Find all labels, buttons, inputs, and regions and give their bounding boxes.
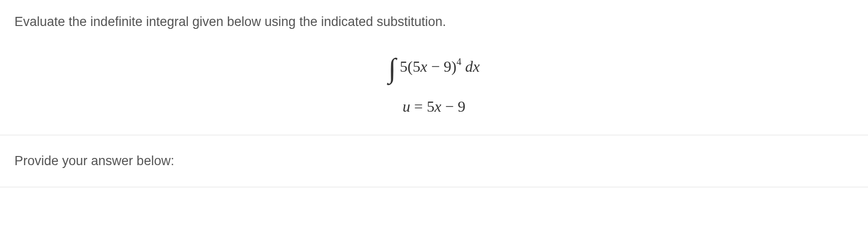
- substitution-expression: u = 5x − 9: [14, 98, 854, 116]
- sub-rhs-var: x: [434, 98, 441, 115]
- answer-section: Provide your answer below:: [0, 135, 868, 187]
- integrand: 5(5x − 9)4 dx: [400, 57, 480, 76]
- sub-rhs-coef: 5: [427, 98, 434, 115]
- integrand-dx: dx: [461, 58, 480, 75]
- integrand-prefix: 5(5: [400, 58, 421, 75]
- question-section: Evaluate the indefinite integral given b…: [0, 0, 868, 135]
- math-block: ∫ 5(5x − 9)4 dx u = 5x − 9: [14, 52, 854, 116]
- sub-lhs: u: [403, 98, 410, 115]
- integrand-mid: − 9): [427, 58, 457, 75]
- sub-equals: =: [410, 98, 427, 115]
- integral-icon: ∫: [388, 54, 396, 82]
- bottom-divider: [0, 187, 868, 187]
- answer-prompt: Provide your answer below:: [14, 154, 854, 169]
- question-prompt: Evaluate the indefinite integral given b…: [14, 14, 854, 29]
- sub-rhs-tail: − 9: [441, 98, 465, 115]
- integral-expression: ∫ 5(5x − 9)4 dx: [14, 52, 854, 80]
- integrand-exponent: 4: [457, 56, 461, 67]
- integrand-variable: x: [421, 58, 427, 75]
